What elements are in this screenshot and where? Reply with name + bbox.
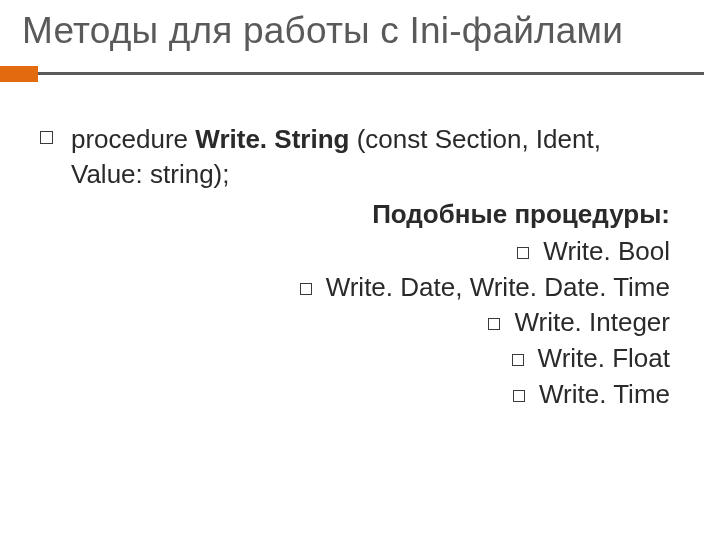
list-item: Write. Date, Write. Date. Time (71, 270, 670, 306)
sublist-item-label: Write. Bool (543, 236, 670, 266)
sublist: Подобные процедуры: Write. Bool Write. D… (71, 197, 670, 413)
sublist-item-label: Write. Integer (514, 307, 670, 337)
bullet-box-icon (40, 131, 53, 144)
main-pre: procedure (71, 124, 195, 154)
list-item: Write. Float (71, 341, 670, 377)
main-bold: Write. String (195, 124, 349, 154)
slide-title: Методы для работы с Ini-файлами (22, 10, 698, 52)
bullet-box-icon (512, 354, 524, 366)
bullet-box-icon (488, 318, 500, 330)
list-item: Write. Integer (71, 305, 670, 341)
bullet-box-icon (300, 283, 312, 295)
sublist-item-label: Write. Date, Write. Date. Time (326, 272, 670, 302)
sublist-item-label: Write. Time (539, 379, 670, 409)
sublist-heading: Подобные процедуры: (71, 197, 670, 232)
main-bullet: procedure Write. String (const Section, … (40, 122, 670, 413)
list-item: Write. Time (71, 377, 670, 413)
main-bullet-text: procedure Write. String (const Section, … (71, 122, 670, 413)
slide-content: procedure Write. String (const Section, … (0, 72, 720, 413)
title-divider (0, 66, 720, 72)
bullet-box-icon (517, 247, 529, 259)
bullet-box-icon (513, 390, 525, 402)
sublist-item-label: Write. Float (538, 343, 670, 373)
list-item: Write. Bool (71, 234, 670, 270)
